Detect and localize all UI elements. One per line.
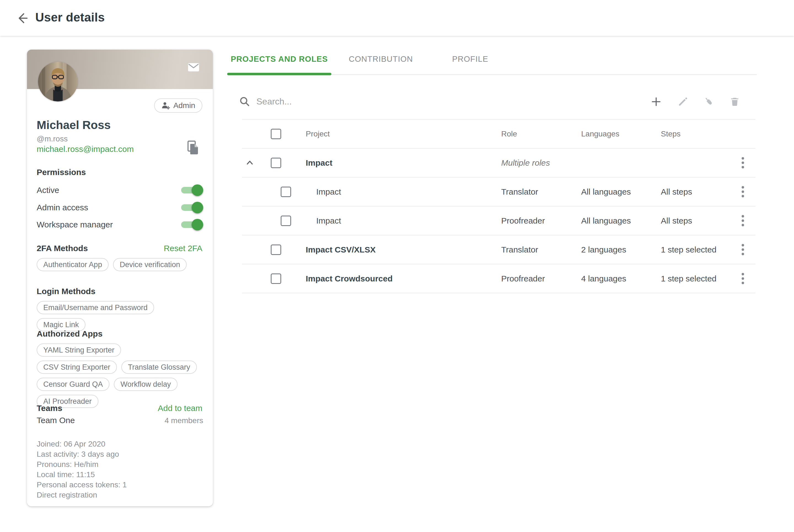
envelope-icon [187, 70, 200, 74]
search-icon [239, 96, 250, 107]
row-menu-button[interactable] [737, 155, 748, 171]
languages-value: 4 languages [581, 274, 626, 283]
steps-value: 1 step selected [661, 274, 717, 283]
row-checkbox[interactable] [281, 187, 291, 197]
app-chip: Translate Glossary [121, 361, 197, 374]
user-profile-card: Admin Michael Ross @m.ross michael.ross@… [27, 50, 213, 506]
collapse-row-button[interactable] [244, 157, 255, 168]
clean-button[interactable] [702, 95, 716, 109]
meta-line: Personal access tokens: 1 [37, 480, 203, 490]
user-username: @m.ross [37, 134, 68, 143]
page-title: User details [35, 11, 105, 24]
copy-icon [187, 152, 199, 156]
project-name: Impact [316, 187, 341, 196]
workspace-manager-toggle[interactable] [181, 218, 203, 231]
tab-projects-and-roles[interactable]: PROJECTS AND ROLES [227, 55, 332, 64]
meta-line: Pronouns: He/him [37, 459, 203, 470]
table-row-impact-proofreader: Impact Proofreader All languages All ste… [242, 207, 755, 235]
team-name: Team One [37, 416, 75, 425]
select-all-checkbox[interactable] [271, 129, 281, 139]
edit-pencil-icon [677, 96, 688, 108]
admin-badge: Admin [154, 98, 202, 113]
table-row-group-impact: Impact Multiple roles [242, 149, 755, 177]
search-bar [239, 93, 597, 110]
arrow-left-icon [14, 23, 30, 27]
app-chip: YAML String Exporter [37, 343, 121, 357]
active-toggle[interactable] [181, 184, 203, 196]
delete-button[interactable] [727, 95, 742, 109]
row-menu-button[interactable] [737, 270, 748, 287]
table-row-impact-crowdsourced: Impact Crowdsourced Proofreader 4 langua… [242, 264, 755, 293]
languages-value: 2 languages [581, 245, 626, 254]
twofa-chips: Authenticator App Device verification [37, 258, 205, 271]
table-row-impact-csv-xlsx: Impact CSV/XLSX Translator 2 languages 1… [242, 235, 755, 264]
team-list-item: Team One 4 members [37, 416, 203, 425]
steps-value: All steps [661, 187, 692, 196]
trash-icon [729, 96, 740, 108]
reset-2fa-link[interactable]: Reset 2FA [164, 244, 202, 253]
column-header-languages: Languages [581, 130, 620, 138]
project-name: Impact Crowdsourced [306, 274, 393, 283]
authorized-apps-heading: Authorized Apps [37, 329, 102, 339]
app-chip: CSV String Exporter [37, 361, 117, 374]
top-bar: User details [0, 0, 794, 36]
login-methods-heading: Login Methods [37, 287, 95, 296]
project-name: Impact [316, 216, 341, 226]
project-name: Impact CSV/XLSX [306, 245, 376, 254]
row-checkbox[interactable] [271, 158, 281, 168]
toggle-row-active: Active [37, 182, 203, 199]
search-input[interactable] [257, 96, 587, 107]
user-name: Michael Ross [37, 118, 111, 132]
project-name: Impact [306, 158, 333, 168]
admin-access-toggle[interactable] [181, 202, 203, 214]
meta-line: Local time: 11:15 [37, 470, 203, 480]
add-icon [651, 96, 662, 108]
row-checkbox[interactable] [271, 273, 281, 284]
admin-badge-label: Admin [173, 101, 195, 110]
role-value: Translator [501, 187, 538, 196]
projects-roles-table: Project Role Languages Steps Impact Mult… [242, 119, 755, 293]
row-menu-button[interactable] [737, 212, 748, 229]
edit-button[interactable] [676, 95, 690, 109]
copy-email-button[interactable] [186, 140, 200, 155]
avatar [38, 62, 78, 101]
back-button[interactable] [14, 11, 30, 26]
row-checkbox[interactable] [281, 215, 291, 226]
twofa-heading: 2FA Methods [37, 244, 88, 253]
table-row-impact-translator: Impact Translator All languages All step… [242, 177, 755, 207]
tab-contribution[interactable]: CONTRIBUTION [349, 55, 413, 64]
toggle-label: Workspace manager [37, 220, 113, 229]
role-value: Proofreader [501, 274, 545, 283]
teams-heading: Teams [37, 403, 62, 413]
login-method-chip: Email/Username and Password [37, 301, 154, 314]
clean-brush-icon [704, 96, 715, 108]
toggle-label: Active [37, 186, 59, 195]
add-button[interactable] [649, 95, 663, 109]
role-value: Proofreader [501, 216, 545, 226]
person-gear-icon [161, 101, 170, 110]
send-email-button[interactable] [187, 61, 200, 73]
toggle-row-admin-access: Admin access [37, 199, 203, 216]
row-menu-button[interactable] [737, 184, 748, 200]
add-to-team-link[interactable]: Add to team [158, 403, 202, 413]
role-value: Translator [501, 245, 538, 254]
column-header-role: Role [501, 130, 517, 138]
row-menu-button[interactable] [737, 242, 748, 258]
app-chip: Censor Guard QA [37, 378, 110, 391]
steps-value: 1 step selected [661, 245, 717, 254]
user-meta-details: Joined: 06 Apr 2020 Last activity: 3 day… [37, 439, 203, 500]
role-value: Multiple roles [501, 158, 550, 168]
table-header-row: Project Role Languages Steps [242, 120, 755, 149]
tab-profile[interactable]: PROFILE [452, 55, 488, 64]
meta-line: Last activity: 3 days ago [37, 449, 203, 459]
chevron-up-icon [244, 165, 255, 169]
authorized-app-chips: YAML String Exporter CSV String Exporter… [37, 343, 205, 408]
active-tab-indicator [227, 73, 332, 75]
toggle-row-workspace-manager: Workspace manager [37, 216, 203, 233]
toggle-label: Admin access [37, 203, 88, 212]
column-header-project: Project [306, 130, 330, 138]
languages-value: All languages [581, 187, 631, 196]
row-checkbox[interactable] [271, 245, 281, 255]
user-email-link[interactable]: michael.ross@impact.com [37, 145, 134, 154]
app-chip: Workflow delay [114, 378, 177, 391]
